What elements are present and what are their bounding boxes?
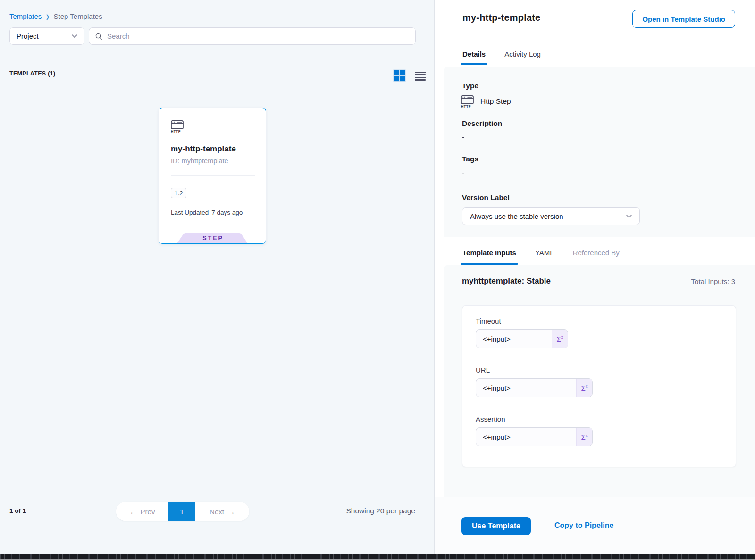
last-updated: Last Updated 7 days ago	[171, 209, 255, 216]
search-icon	[95, 33, 102, 40]
chevron-down-icon	[72, 34, 77, 38]
list-view-icon[interactable]	[415, 71, 426, 81]
card-divider	[171, 175, 255, 176]
inputs-card: Timeout <+input> Σx URL <+input> Σx Asse…	[462, 305, 736, 467]
field-label: Assertion	[476, 415, 722, 423]
field-label: URL	[476, 366, 722, 374]
next-label: Next	[210, 508, 224, 516]
templates-count-label: TEMPLATES (1)	[9, 70, 55, 77]
grid-view-icon[interactable]	[393, 69, 406, 82]
url-input[interactable]: <+input> Σx	[476, 378, 593, 397]
search-box[interactable]	[89, 27, 416, 45]
scope-dropdown-value: Project	[17, 32, 39, 40]
tags-value: -	[462, 168, 464, 176]
search-input[interactable]	[107, 32, 410, 40]
template-inputs-section: myhttptemplate: Stable Total Inputs: 3 T…	[444, 265, 755, 497]
templates-list-pane: Templates ❯ Step Templates Project TEMPL…	[0, 0, 435, 554]
inputs-tabstrip: Template Inputs YAML Referenced By	[435, 240, 755, 265]
panel-title: my-http-template	[462, 12, 540, 23]
version-dropdown-value: Always use the stable version	[470, 212, 563, 220]
version-label: Version Label	[462, 193, 510, 202]
input-value: <+input>	[476, 330, 552, 348]
breadcrumb-current: Step Templates	[54, 12, 102, 20]
prev-button[interactable]: ← Prev	[116, 502, 168, 521]
arrow-left-icon: ←	[130, 508, 137, 516]
version-badge: 1.2	[171, 188, 186, 198]
panel-header: my-http-template Open in Template Studio	[435, 0, 755, 41]
sigma-glyph: Σ	[581, 433, 586, 441]
assertion-input[interactable]: <+input> Σx	[476, 427, 593, 446]
template-details-panel: my-http-template Open in Template Studio…	[435, 0, 755, 554]
prev-label: Prev	[141, 508, 155, 516]
last-updated-value: 7 days ago	[211, 209, 243, 216]
http-icon-label: HTTP	[461, 104, 471, 109]
use-template-button[interactable]: Use Template	[461, 517, 531, 535]
expression-input-icon[interactable]: Σx	[576, 428, 592, 446]
details-tabstrip: Details Activity Log	[435, 41, 755, 67]
view-toggles	[393, 69, 426, 82]
chevron-down-icon	[626, 215, 632, 218]
template-card-title: my-http-template	[171, 144, 255, 154]
desktop-background-strip	[0, 554, 755, 559]
sigma-glyph: Σ	[557, 335, 561, 343]
tab-yaml[interactable]: YAML	[535, 249, 554, 257]
scope-dropdown[interactable]: Project	[9, 27, 84, 45]
breadcrumb: Templates ❯ Step Templates	[9, 12, 102, 20]
type-label: Type	[462, 82, 478, 90]
template-card[interactable]: HTTP my-http-template ID: myhttptemplate…	[159, 108, 266, 244]
breadcrumb-chevron-icon: ❯	[45, 13, 50, 20]
input-value: <+input>	[476, 428, 576, 446]
input-field-timeout: Timeout <+input> Σx	[476, 317, 722, 348]
per-page-label: Showing 20 per page	[346, 507, 415, 515]
page-summary: 1 of 1	[9, 507, 26, 514]
app-window: Templates ❯ Step Templates Project TEMPL…	[0, 0, 755, 560]
panel-footer: Use Template Copy to Pipeline	[435, 497, 755, 554]
type-value: Http Step	[480, 97, 511, 106]
tags-label: Tags	[462, 155, 478, 163]
sigma-glyph: Σ	[581, 384, 586, 392]
http-step-icon: HTTP	[461, 95, 474, 108]
tab-template-inputs[interactable]: Template Inputs	[462, 249, 516, 257]
breadcrumb-link-templates[interactable]: Templates	[9, 12, 42, 20]
step-type-badge: STEP	[177, 233, 248, 243]
expression-input-icon[interactable]: Σx	[576, 379, 592, 397]
sigma-sup-glyph: x	[586, 433, 588, 438]
expression-input-icon[interactable]: Σx	[552, 330, 568, 348]
version-dropdown[interactable]: Always use the stable version	[462, 207, 640, 225]
tab-referenced-by[interactable]: Referenced By	[573, 249, 620, 257]
pager: ← Prev 1 Next →	[116, 502, 249, 521]
open-in-template-studio-button[interactable]: Open in Template Studio	[632, 10, 735, 28]
timeout-input[interactable]: <+input> Σx	[476, 329, 568, 348]
sigma-sup-glyph: x	[561, 335, 563, 340]
http-icon-label: HTTP	[171, 129, 181, 134]
inputs-header: myhttptemplate: Stable Total Inputs: 3	[462, 276, 735, 286]
inputs-heading: myhttptemplate: Stable	[462, 276, 551, 286]
input-value: <+input>	[476, 379, 576, 397]
http-step-icon: HTTP	[171, 120, 184, 133]
input-field-assertion: Assertion <+input> Σx	[476, 415, 722, 446]
description-value: -	[462, 133, 464, 141]
total-inputs-label: Total Inputs: 3	[691, 276, 735, 285]
template-card-id: ID: myhttptemplate	[171, 157, 255, 165]
last-updated-label: Last Updated	[171, 209, 209, 216]
arrow-right-icon: →	[228, 508, 235, 516]
next-button[interactable]: Next →	[195, 502, 249, 521]
field-label: Timeout	[476, 317, 722, 325]
description-label: Description	[462, 119, 502, 128]
details-section: Type HTTP Http Step Description - Tags -…	[444, 67, 755, 237]
tab-activity-log[interactable]: Activity Log	[504, 50, 541, 58]
tab-details[interactable]: Details	[462, 50, 486, 58]
input-field-url: URL <+input> Σx	[476, 366, 722, 397]
sigma-sup-glyph: x	[586, 384, 588, 389]
page-1-button[interactable]: 1	[168, 502, 195, 521]
copy-to-pipeline-link[interactable]: Copy to Pipeline	[554, 521, 613, 530]
